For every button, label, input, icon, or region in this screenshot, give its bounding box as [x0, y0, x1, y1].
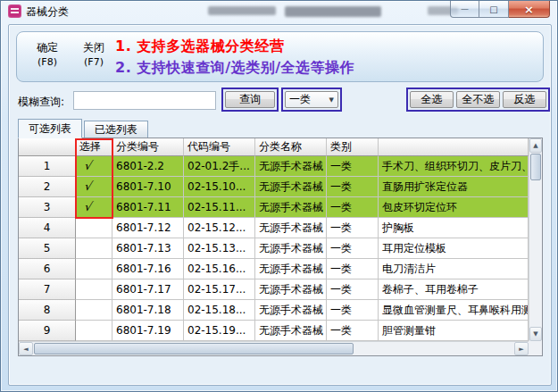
titlebar[interactable]: 器械分类 — □ ×	[1, 1, 557, 22]
select-cell[interactable]: √	[76, 177, 112, 197]
row-number[interactable]: 4	[19, 218, 76, 238]
select-cell[interactable]	[76, 238, 112, 259]
category-cell[interactable]: 一类	[327, 279, 379, 300]
class-name-cell[interactable]: 无源手术器械	[255, 279, 327, 300]
table-row[interactable]: 56801-7.1302-15.13...无源手术器械一类耳用定位模板	[19, 238, 542, 259]
invert-selection-button[interactable]: 反选	[503, 91, 546, 108]
category-cell[interactable]: 一类	[327, 238, 379, 259]
select-cell[interactable]	[76, 300, 112, 321]
column-header-class-name[interactable]: 分类名称	[255, 138, 327, 156]
items-cell[interactable]: 包皮环切定位环	[379, 197, 529, 218]
category-cell[interactable]: 一类	[327, 259, 379, 279]
row-number[interactable]: 6	[19, 259, 76, 279]
class-name-cell[interactable]: 无源手术器械	[255, 321, 327, 341]
items-cell[interactable]: 直肠用扩张定位器	[379, 177, 529, 197]
class-code-cell[interactable]: 6801-7.17	[112, 279, 184, 300]
maximize-button[interactable]: □	[479, 1, 509, 18]
table-row[interactable]: 3√6801-7.1102-15.11...无源手术器械一类包皮环切定位环	[19, 197, 542, 218]
code-number-cell[interactable]: 02-15.17...	[184, 279, 255, 300]
table-row[interactable]: 66801-7.1602-15.16...无源手术器械一类电刀清洁片	[19, 259, 542, 279]
minimize-button[interactable]: —	[450, 1, 479, 18]
select-cell[interactable]	[76, 279, 112, 300]
column-header-select[interactable]: 选择	[76, 138, 112, 156]
category-cell[interactable]: 一类	[327, 197, 379, 218]
class-code-cell[interactable]: 6801-7.11	[112, 197, 184, 218]
class-name-cell[interactable]: 无源手术器械	[255, 259, 327, 279]
column-header-row[interactable]	[19, 138, 76, 156]
category-cell[interactable]: 一类	[327, 300, 379, 321]
query-button[interactable]: 查询	[225, 91, 275, 108]
class-code-cell[interactable]: 6801-7.10	[112, 177, 184, 197]
row-number[interactable]: 1	[19, 156, 76, 177]
horizontal-scrollbar-track[interactable]	[354, 342, 514, 355]
select-cell[interactable]	[76, 259, 112, 279]
class-name-cell[interactable]: 无源手术器械	[255, 238, 327, 259]
items-cell[interactable]: 耳用定位模板	[379, 238, 529, 259]
class-name-cell[interactable]: 无源手术器械	[255, 197, 327, 218]
table-row[interactable]: 86801-7.1802-15.18...无源手术器械一类显微血管测量尺、耳鼻喉…	[19, 300, 542, 321]
horizontal-scrollbar-thumb[interactable]	[34, 343, 354, 354]
confirm-button[interactable]: 确定 (F8)	[26, 40, 69, 76]
items-cell[interactable]: 胆管测量钳	[379, 321, 529, 341]
table-row[interactable]: 1√6801-2.202-01.2手...无源手术器械一类手术刀、组织环切刀、皮…	[19, 156, 542, 177]
select-all-button[interactable]: 全选	[410, 91, 454, 108]
row-number[interactable]: 7	[19, 279, 76, 300]
scroll-down-icon[interactable]: ▼	[529, 327, 542, 341]
class-code-cell[interactable]: 6801-7.13	[112, 238, 184, 259]
code-number-cell[interactable]: 02-01.2手...	[184, 156, 255, 177]
class-name-cell[interactable]: 无源手术器械	[255, 300, 327, 321]
column-header-code-number[interactable]: 代码编号	[184, 138, 255, 156]
items-cell[interactable]: 手术刀、组织环切刀、皮片刀、	[379, 156, 529, 177]
table-row[interactable]: 76801-7.1702-15.17...无源手术器械一类卷棉子、耳用卷棉子	[19, 279, 542, 300]
scroll-right-icon[interactable]: ►	[514, 342, 529, 355]
class-name-cell[interactable]: 无源手术器械	[255, 177, 327, 197]
column-header-items[interactable]	[379, 138, 529, 156]
select-cell[interactable]	[76, 218, 112, 238]
category-cell[interactable]: 一类	[327, 177, 379, 197]
code-number-cell[interactable]: 02-15.18...	[184, 300, 255, 321]
class-code-cell[interactable]: 6801-7.18	[112, 300, 184, 321]
scroll-up-icon[interactable]: ▲	[529, 138, 542, 153]
row-number[interactable]: 9	[19, 321, 76, 341]
code-number-cell[interactable]: 02-15.12...	[184, 218, 255, 238]
code-number-cell[interactable]: 02-15.10...	[184, 177, 255, 197]
horizontal-scrollbar[interactable]: ◄ ►	[19, 341, 529, 355]
table-row[interactable]: 46801-7.1202-15.12...无源手术器械一类护胸板	[19, 218, 542, 238]
items-cell[interactable]: 电刀清洁片	[379, 259, 529, 279]
vertical-scrollbar-track[interactable]	[529, 181, 542, 327]
column-header-class-code[interactable]: 分类编号	[112, 138, 184, 156]
class-name-cell[interactable]: 无源手术器械	[255, 218, 327, 238]
row-number[interactable]: 8	[19, 300, 76, 321]
items-cell[interactable]: 卷棉子、耳用卷棉子	[379, 279, 529, 300]
class-code-cell[interactable]: 6801-2.2	[112, 156, 184, 177]
row-number[interactable]: 3	[19, 197, 76, 218]
select-cell[interactable]: √	[76, 197, 112, 218]
scroll-left-icon[interactable]: ◄	[19, 342, 33, 355]
tab-selected-list[interactable]: 已选列表	[84, 121, 148, 138]
category-cell[interactable]: 一类	[327, 156, 379, 177]
code-number-cell[interactable]: 02-15.16...	[184, 259, 255, 279]
select-none-button[interactable]: 全不选	[456, 91, 500, 108]
table-row[interactable]: 96801-7.1902-15.19...无源手术器械一类胆管测量钳	[19, 321, 542, 341]
category-cell[interactable]: 一类	[327, 321, 379, 341]
tab-available-list[interactable]: 可选列表	[18, 119, 82, 138]
row-number[interactable]: 2	[19, 177, 76, 197]
column-header-category[interactable]: 类别	[327, 138, 379, 156]
class-code-cell[interactable]: 6801-7.12	[112, 218, 184, 238]
row-number[interactable]: 5	[19, 238, 76, 259]
vertical-scrollbar-thumb[interactable]	[530, 154, 541, 180]
select-cell[interactable]: √	[76, 156, 112, 177]
close-window-button[interactable]: ×	[509, 1, 550, 18]
select-cell[interactable]	[76, 321, 112, 341]
category-cell[interactable]: 一类	[327, 218, 379, 238]
search-input[interactable]	[73, 91, 216, 110]
vertical-scrollbar[interactable]: ▲ ▼	[529, 138, 542, 341]
class-code-cell[interactable]: 6801-7.16	[112, 259, 184, 279]
items-cell[interactable]: 护胸板	[379, 218, 529, 238]
close-button[interactable]: 关闭 (F7)	[72, 40, 115, 76]
code-number-cell[interactable]: 02-15.11...	[184, 197, 255, 218]
class-name-cell[interactable]: 无源手术器械	[255, 156, 327, 177]
items-cell[interactable]: 显微血管测量尺、耳鼻喉科用测	[379, 300, 529, 321]
code-number-cell[interactable]: 02-15.19...	[184, 321, 255, 341]
table-row[interactable]: 2√6801-7.1002-15.10...无源手术器械一类直肠用扩张定位器	[19, 177, 542, 197]
